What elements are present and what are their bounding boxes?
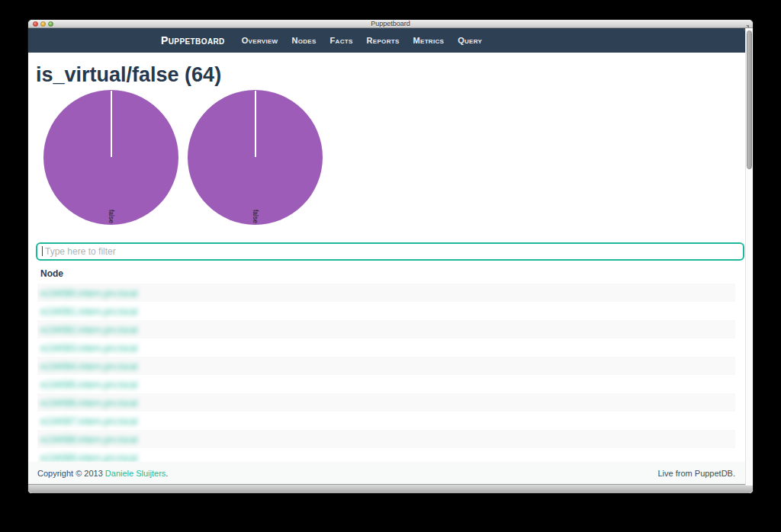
node-link[interactable]: e134081.intern.prv.local — [40, 306, 137, 317]
desktop-background: Puppetboard Puppetboard Overview Nodes F… — [0, 0, 781, 532]
pie-slice-border — [255, 91, 256, 157]
nav-nodes[interactable]: Nodes — [291, 36, 316, 45]
table-body: e134080.intern.prv.local e134081.intern.… — [37, 284, 735, 462]
nodes-table: Node e134080.intern.prv.local e134081.in… — [37, 264, 735, 462]
nav-query[interactable]: Query — [458, 36, 482, 45]
node-link[interactable]: e134086.intern.prv.local — [40, 398, 137, 409]
pie-slice-label: false — [252, 210, 259, 223]
table-row: e134080.intern.prv.local — [37, 284, 735, 302]
nav-metrics[interactable]: Metrics — [413, 36, 445, 45]
node-link[interactable]: e134089.intern.prv.local — [40, 453, 137, 462]
copyright-text: Copyright © 2013 — [37, 469, 105, 478]
node-link[interactable]: e134087.intern.prv.local — [40, 416, 137, 427]
footer: Copyright © 2013 Daniele Sluijters. Live… — [28, 462, 745, 484]
table-row: e134083.intern.prv.local — [37, 338, 735, 357]
node-link[interactable]: e134080.intern.prv.local — [40, 288, 137, 299]
page-title: is_virtual/false (64) — [36, 62, 744, 88]
copyright-period: . — [166, 469, 168, 478]
node-link[interactable]: e134083.intern.prv.local — [40, 343, 137, 354]
puppetdb-status: Live from PuppetDB. — [658, 469, 736, 478]
table-row: e134081.intern.prv.local — [37, 302, 735, 320]
pie-slice-border — [111, 91, 112, 157]
copyright: Copyright © 2013 Daniele Sluijters. — [37, 469, 168, 478]
window-titlebar[interactable]: Puppetboard — [28, 20, 753, 28]
scrollbar-thumb[interactable] — [747, 30, 752, 169]
node-link[interactable]: e134088.intern.prv.local — [40, 434, 137, 445]
filter-input[interactable] — [36, 242, 744, 261]
fullscreen-icon[interactable] — [743, 21, 750, 27]
browser-viewport: Puppetboard Overview Nodes Facts Reports… — [28, 28, 745, 493]
pie-chart-2: false — [188, 90, 323, 225]
text-caret — [42, 246, 43, 256]
node-link[interactable]: e134082.intern.prv.local — [40, 325, 137, 335]
filter-container — [36, 242, 744, 261]
node-link[interactable]: e134084.intern.prv.local — [40, 361, 137, 372]
navbar: Puppetboard Overview Nodes Facts Reports… — [28, 28, 745, 53]
page-content: is_virtual/false (64) false false — [28, 53, 745, 462]
scrollbar-track[interactable] — [745, 28, 753, 486]
nav-overview[interactable]: Overview — [242, 36, 278, 45]
table-row: e134087.intern.prv.local — [37, 412, 735, 430]
node-link[interactable]: e134085.intern.prv.local — [40, 380, 137, 390]
table-row: e134089.intern.prv.local — [37, 448, 735, 462]
pie-slice-label: false — [108, 210, 115, 223]
table-row: e134084.intern.prv.local — [37, 357, 735, 375]
browser-window: Puppetboard Puppetboard Overview Nodes F… — [27, 19, 754, 494]
nav-facts[interactable]: Facts — [330, 36, 353, 45]
table-row: e134088.intern.prv.local — [37, 430, 735, 448]
table-row: e134085.intern.prv.local — [37, 375, 735, 393]
table-row: e134086.intern.prv.local — [37, 393, 735, 412]
author-link[interactable]: Daniele Sluijters — [105, 469, 166, 478]
nav-items: Overview Nodes Facts Reports Metrics Que… — [242, 36, 482, 45]
pie-chart-1: false — [43, 90, 178, 225]
window-title: Puppetboard — [28, 20, 753, 28]
navbar-brand[interactable]: Puppetboard — [161, 34, 225, 46]
pie-charts-row: false false — [43, 90, 744, 225]
window-bottom-edge — [28, 484, 753, 493]
nav-reports[interactable]: Reports — [367, 36, 400, 45]
table-header-node: Node — [37, 264, 735, 284]
table-row: e134082.intern.prv.local — [37, 320, 735, 338]
